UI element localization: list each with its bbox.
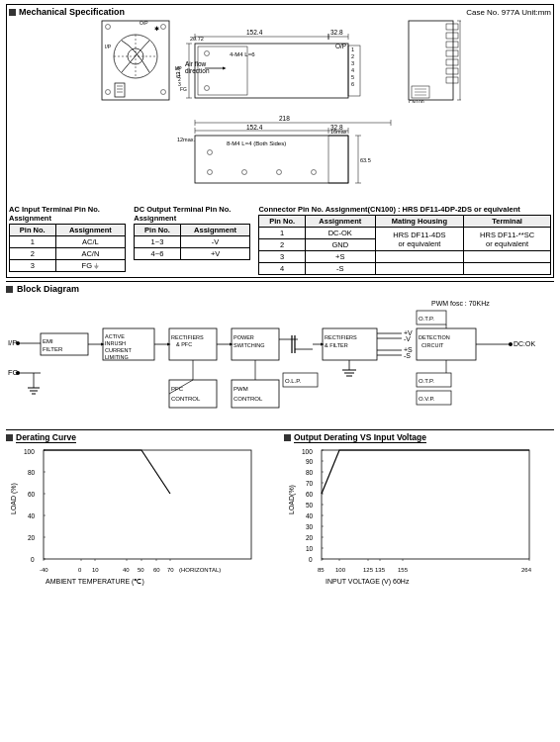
svg-text:152.4: 152.4 xyxy=(246,29,263,36)
table-row: 2AC/N xyxy=(10,248,126,260)
svg-text:O.V.P.: O.V.P. xyxy=(419,396,435,402)
svg-text:60: 60 xyxy=(28,491,36,498)
svg-text:60: 60 xyxy=(306,491,314,498)
svg-text:80: 80 xyxy=(306,469,314,476)
svg-text:direction: direction xyxy=(185,67,210,74)
svg-text:DC:OK: DC:OK xyxy=(513,340,536,347)
svg-text:CONTROL: CONTROL xyxy=(233,396,263,402)
mech-spec-title: Mechanical Specification xyxy=(19,7,125,17)
svg-text:16max: 16max xyxy=(330,129,347,135)
svg-text:20: 20 xyxy=(28,534,36,541)
svg-point-64 xyxy=(207,170,212,175)
svg-rect-82 xyxy=(446,68,458,74)
dc-table-title: DC Output Terminal Pin No. Assignment xyxy=(134,205,250,223)
svg-text:20: 20 xyxy=(306,534,314,541)
output-derating-title: Output Derating VS Input Voltage xyxy=(294,432,426,443)
svg-text:RECTIFIERS: RECTIFIERS xyxy=(171,334,204,340)
svg-text:O/P: O/P xyxy=(140,20,148,26)
table-row: 1DC-OK HRS DF11-4DSor equivalent HRS DF1… xyxy=(259,228,551,239)
svg-text:CURRENT: CURRENT xyxy=(105,347,133,353)
svg-text:40: 40 xyxy=(28,512,36,519)
svg-text:20.72: 20.72 xyxy=(190,36,204,42)
derating-title: Derating Curve xyxy=(16,432,76,443)
block-diagram-title: Block Diagram xyxy=(17,284,79,294)
derating-icon xyxy=(6,434,13,441)
svg-text:DETECTION: DETECTION xyxy=(419,334,450,340)
cn-col-assign: Assignment xyxy=(305,216,375,228)
cn-col-terminal: Terminal xyxy=(464,216,551,228)
svg-text:4: 4 xyxy=(351,67,354,73)
svg-rect-83 xyxy=(446,77,458,83)
svg-text:100: 100 xyxy=(24,448,35,455)
svg-text:INPUT VOLTAGE (V) 60Hz: INPUT VOLTAGE (V) 60Hz xyxy=(326,578,410,586)
svg-text:80: 80 xyxy=(28,469,36,476)
dc-col-pin: Pin No. xyxy=(135,225,181,236)
svg-text:1: 1 xyxy=(351,46,354,52)
page: Mechanical Specification Case No. 977A U… xyxy=(0,0,560,742)
connector-table: Pin No. Assignment Mating Housing Termin… xyxy=(258,215,551,275)
svg-text:50: 50 xyxy=(138,567,144,573)
svg-text:CIRCUIT: CIRCUIT xyxy=(421,342,444,348)
svg-text:85: 85 xyxy=(318,567,325,573)
svg-text:AMBIENT TEMPERATURE (℃): AMBIENT TEMPERATURE (℃) xyxy=(46,578,144,586)
connector-table-title: Connector Pin No. Assignment(CN100) : HR… xyxy=(258,205,551,214)
svg-rect-78 xyxy=(446,33,458,39)
block-section-icon xyxy=(6,286,13,293)
svg-text:& FILTER: & FILTER xyxy=(325,342,348,348)
svg-point-18 xyxy=(204,51,209,56)
svg-rect-81 xyxy=(446,59,458,65)
svg-point-19 xyxy=(204,86,209,91)
table-row: 1~3-V xyxy=(135,236,250,248)
table-row: 3FG ⏚ xyxy=(10,260,126,272)
svg-text:135: 135 xyxy=(375,567,386,573)
svg-rect-80 xyxy=(446,50,458,56)
svg-text:INRUSH: INRUSH xyxy=(105,340,126,346)
dc-col-assign: Assignment xyxy=(180,225,250,236)
output-derating-header: Output Derating VS Input Voltage xyxy=(284,432,554,443)
svg-text:CONTROL: CONTROL xyxy=(171,396,201,402)
svg-text:Air flow: Air flow xyxy=(185,60,207,67)
ac-table-title: AC Input Terminal Pin No. Assignment xyxy=(9,205,126,223)
ac-col-pin: Pin No. xyxy=(10,225,56,236)
derating-curve-section: Derating Curve LOAD (%) 0 20 40 60 80 10… xyxy=(6,432,276,591)
svg-text:70: 70 xyxy=(167,567,174,573)
svg-text:155: 155 xyxy=(398,567,409,573)
svg-text:EMI: EMI xyxy=(43,338,53,344)
dimension-drawings: Air flow direction 4-M4 L=6 152.4 32.8 O… xyxy=(175,19,403,202)
svg-point-12 xyxy=(160,90,165,95)
block-diagram-svg: PWM fosc : 70KHz I/P FG EMI FILT xyxy=(6,296,554,424)
svg-text:70: 70 xyxy=(306,480,314,487)
mechanical-spec-section: Mechanical Specification Case No. 977A U… xyxy=(6,4,554,278)
svg-text:-S: -S xyxy=(404,352,411,359)
svg-text:0: 0 xyxy=(31,556,35,563)
svg-text:8-M4 L=4 (Both Sides): 8-M4 L=4 (Both Sides) xyxy=(227,140,286,146)
svg-text:O/P: O/P xyxy=(335,43,346,49)
svg-text:PWM fosc : 70KHz: PWM fosc : 70KHz xyxy=(431,300,490,307)
dc-output-table: Pin No. Assignment 1~3-V 4~6+V xyxy=(134,224,250,260)
svg-text:ACTIVE: ACTIVE xyxy=(105,333,125,339)
technical-drawings: ✱ I/P O/P Air flow direction 4-M4 L=6 xyxy=(9,19,551,202)
svg-text:I/P: I/P xyxy=(8,338,17,347)
case-info: Case No. 977A Unit:mm xyxy=(466,8,551,17)
svg-text:218: 218 xyxy=(279,115,290,122)
table-row: 3+S xyxy=(259,251,551,263)
svg-point-10 xyxy=(160,25,165,30)
output-derating-icon xyxy=(284,434,291,441)
derating-curve-svg: LOAD (%) 0 20 40 60 80 100 -40 xyxy=(6,445,268,589)
svg-rect-159 xyxy=(232,380,279,408)
svg-point-67 xyxy=(311,170,316,175)
derating-header: Derating Curve xyxy=(6,432,276,443)
table-row: 1AC/L xyxy=(10,236,126,248)
svg-text:12max.: 12max. xyxy=(177,137,196,142)
svg-text:FG: FG xyxy=(180,86,187,92)
svg-point-97 xyxy=(16,341,20,345)
svg-text:CN100: CN100 xyxy=(409,99,424,103)
svg-rect-69 xyxy=(328,136,348,183)
svg-text:& PFC: & PFC xyxy=(176,341,192,347)
svg-text:32.8: 32.8 xyxy=(330,29,343,36)
output-derating-section: Output Derating VS Input Voltage LOAD(%)… xyxy=(284,432,554,591)
svg-text:10: 10 xyxy=(306,545,314,552)
front-view-drawing: ✱ I/P O/P xyxy=(100,19,171,103)
svg-text:POWER: POWER xyxy=(233,334,254,340)
svg-text:152.4: 152.4 xyxy=(246,124,263,131)
